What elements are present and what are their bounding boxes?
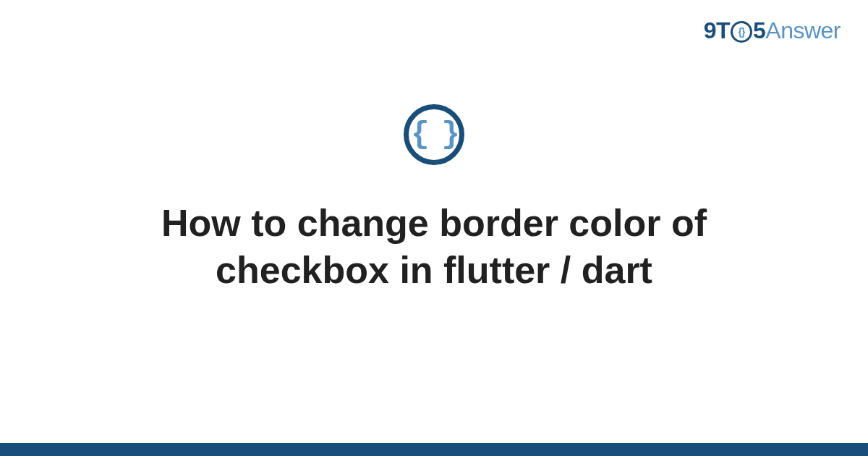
code-braces-icon: { } xyxy=(404,104,464,165)
page-title: How to change border color of checkbox i… xyxy=(101,200,767,294)
main-content: { } How to change border color of checkb… xyxy=(0,0,868,456)
category-icon-glyph: { } xyxy=(411,119,457,150)
footer-bar xyxy=(0,443,868,456)
